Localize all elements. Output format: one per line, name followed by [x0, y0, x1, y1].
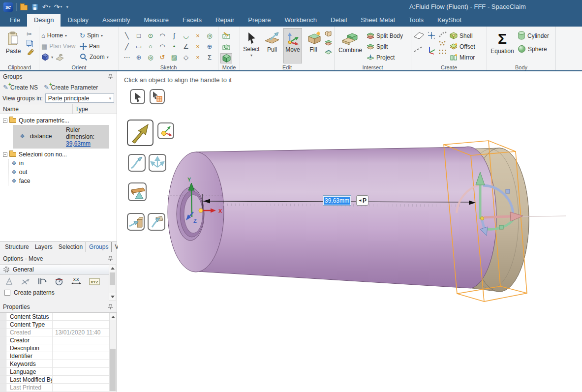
- move-detach-icon[interactable]: [21, 278, 30, 286]
- fill-option-2-icon[interactable]: [325, 40, 332, 46]
- property-row[interactable]: Content Status: [0, 313, 117, 321]
- model-hole-inner[interactable]: [184, 195, 203, 233]
- tree-item-out[interactable]: ❖ out: [8, 168, 117, 177]
- pin-icon[interactable]: [107, 256, 114, 262]
- fill-option-3-icon[interactable]: [325, 49, 332, 55]
- tab-assembly[interactable]: Assembly: [95, 14, 137, 27]
- sketch-split-icon[interactable]: ×: [192, 41, 204, 52]
- tab-layers[interactable]: Layers: [32, 242, 56, 252]
- sketch-ellipse-icon[interactable]: ◎: [204, 30, 215, 41]
- sketch-point-icon[interactable]: •: [168, 41, 180, 52]
- cylinder-button[interactable]: Cylinder: [518, 31, 549, 40]
- sketch-mode-button[interactable]: [220, 30, 232, 40]
- save-icon[interactable]: [31, 3, 39, 11]
- model-scene[interactable]: Y X Z: [118, 71, 582, 392]
- tab-prepare[interactable]: Prepare: [241, 14, 277, 27]
- scrollbar-thumb[interactable]: [110, 272, 115, 285]
- sketch-spiral-icon[interactable]: ↺: [156, 52, 168, 62]
- tab-measure[interactable]: Measure: [137, 14, 176, 27]
- column-header-type[interactable]: Type: [73, 104, 117, 114]
- tree-folder-quote-parametric[interactable]: − Quote parametric...: [0, 116, 117, 125]
- distance-value-link[interactable]: 39,63mm: [66, 140, 91, 147]
- create-patterns-option[interactable]: Create patterns: [0, 288, 109, 297]
- properties-scrollbar[interactable]: [109, 313, 117, 392]
- sketch-trim-icon[interactable]: ×: [192, 30, 204, 41]
- paste-button[interactable]: Paste: [2, 28, 25, 63]
- create-patterns-checkbox[interactable]: [4, 290, 10, 296]
- tab-groups[interactable]: Groups: [86, 242, 112, 252]
- sketch-project-icon[interactable]: ⊕: [133, 52, 145, 62]
- sketch-three-point-circle-icon[interactable]: ○: [145, 41, 156, 52]
- split-button[interactable]: Split: [366, 42, 403, 51]
- scroll-up-button[interactable]: [109, 265, 116, 271]
- property-row[interactable]: Keywords: [0, 360, 117, 368]
- zoom-button[interactable]: Zoom▾: [80, 53, 117, 62]
- combine-button[interactable]: Combine: [337, 28, 364, 63]
- format-painter-icon[interactable]: [27, 48, 34, 55]
- ruler-dimension-icon[interactable]: X.X: [71, 277, 82, 286]
- scroll-down-button[interactable]: [109, 293, 116, 300]
- collapse-icon[interactable]: −: [3, 152, 7, 157]
- circular-pattern-icon[interactable]: [438, 31, 448, 38]
- caliper-icon[interactable]: [37, 277, 47, 286]
- sketch-construction-circle-icon[interactable]: ◎: [145, 52, 156, 62]
- sketch-face-curve-icon[interactable]: ◇: [180, 52, 192, 62]
- sketch-arc-icon[interactable]: ◠: [156, 30, 168, 41]
- model-cylinder-body[interactable]: [167, 147, 496, 288]
- sketch-line-icon[interactable]: ╲: [121, 30, 133, 41]
- tab-keyshot[interactable]: KeyShot: [430, 14, 468, 27]
- mirror-button[interactable]: Mirror: [450, 53, 475, 62]
- create-ns-button[interactable]: ✎+ Create NS: [3, 83, 38, 92]
- sketch-bend-icon[interactable]: ∠: [180, 41, 192, 52]
- tab-sheet-metal[interactable]: Sheet Metal: [354, 14, 401, 27]
- sketch-intersect-icon[interactable]: ×: [192, 52, 204, 62]
- tree-folder-selezioni[interactable]: − Selezioni con no...: [0, 150, 117, 159]
- tab-design[interactable]: Design: [27, 14, 61, 27]
- tab-workbench[interactable]: Workbench: [278, 14, 324, 27]
- dimension-value[interactable]: 39,63mm: [324, 197, 350, 205]
- tab-structure[interactable]: Structure: [2, 242, 32, 252]
- create-line-icon[interactable]: [413, 46, 423, 53]
- move-axis-x[interactable]: [484, 216, 511, 217]
- fill-option-1-icon[interactable]: [325, 31, 332, 37]
- solid-mode-button[interactable]: [220, 53, 232, 63]
- spin-button[interactable]: ↻Spin▾: [80, 31, 117, 40]
- sketch-corner-rectangle-icon[interactable]: ▭: [133, 41, 145, 52]
- section-mode-button[interactable]: [220, 41, 232, 52]
- sketch-tangent-arc-icon[interactable]: ◡: [180, 30, 192, 41]
- redo-button[interactable]: ↷▾: [54, 3, 62, 10]
- customize-qat-button[interactable]: ▾: [66, 3, 69, 10]
- options-scrollbar[interactable]: [109, 264, 116, 301]
- split-body-button[interactable]: Split Body: [366, 31, 403, 40]
- view-sketch-plane-icon[interactable]: [55, 54, 64, 61]
- create-point-icon[interactable]: [427, 31, 436, 40]
- property-row[interactable]: Creator: [0, 336, 117, 344]
- copy-icon[interactable]: [27, 40, 31, 46]
- dial-icon[interactable]: [55, 277, 63, 286]
- property-row[interactable]: Identifier: [0, 352, 117, 360]
- sketch-equation-icon[interactable]: Σ: [204, 52, 215, 62]
- tab-facets[interactable]: Facets: [176, 14, 209, 27]
- pan-button[interactable]: Pan: [80, 42, 117, 51]
- tab-display[interactable]: Display: [61, 14, 95, 27]
- property-row[interactable]: Content Type: [0, 321, 117, 329]
- dimension-input[interactable]: 39,63mm: [323, 195, 351, 206]
- pin-icon[interactable]: [107, 304, 114, 310]
- view-groups-dropdown[interactable]: Parte principale ▾: [45, 93, 114, 103]
- sketch-rectangle-icon[interactable]: □: [133, 30, 145, 41]
- property-row[interactable]: Last Modified By: [0, 376, 117, 384]
- select-tool-button[interactable]: Select▾: [242, 28, 261, 63]
- sketch-offset-icon[interactable]: ⊕: [204, 41, 215, 52]
- tree-item-face[interactable]: ❖ face: [8, 177, 117, 185]
- equation-button[interactable]: Σ Equation: [489, 28, 516, 63]
- collapse-icon[interactable]: −: [3, 119, 7, 123]
- create-plane-icon[interactable]: [413, 31, 425, 39]
- tree-item-in[interactable]: ❖ in: [8, 159, 117, 168]
- home-view-button[interactable]: ⌂Home▾: [41, 31, 80, 40]
- property-row[interactable]: Language: [0, 368, 117, 376]
- sketch-spline-icon[interactable]: ∫: [168, 30, 180, 41]
- shell-button[interactable]: Shell: [450, 31, 475, 40]
- scrollbar-thumb[interactable]: [110, 349, 116, 391]
- xyz-coordinates-icon[interactable]: XYZ: [89, 278, 100, 285]
- create-axes-icon[interactable]: [427, 46, 436, 55]
